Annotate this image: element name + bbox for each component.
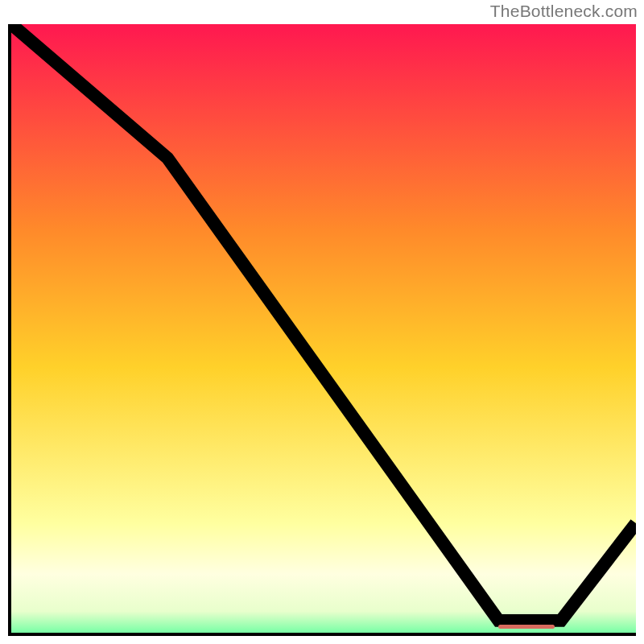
optimal-range-marker bbox=[498, 625, 555, 629]
attribution-text: TheBottleneck.com bbox=[490, 2, 638, 21]
chart-curve bbox=[11, 24, 636, 633]
plot-area bbox=[8, 24, 636, 636]
